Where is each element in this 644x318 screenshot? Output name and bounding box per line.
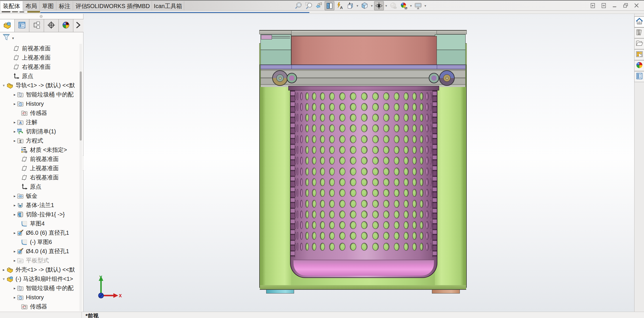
close-button[interactable] xyxy=(633,3,640,10)
view-settings-button[interactable] xyxy=(413,1,423,10)
apply-scene-dropdown-caret[interactable]: ▾ xyxy=(409,4,413,8)
tree-item[interactable]: ▸平板型式 xyxy=(0,256,79,265)
expand-caret-icon[interactable]: ▸ xyxy=(13,120,17,124)
collapse-right-pane-button[interactable] xyxy=(600,3,607,10)
guide-roller-right[interactable] xyxy=(439,70,455,86)
tree-item[interactable]: ▸切除-拉伸1{ ->} xyxy=(0,210,79,219)
minimize-button[interactable] xyxy=(611,3,618,10)
expand-caret-icon[interactable]: ▸ xyxy=(13,139,17,143)
tree-item[interactable]: ▸钣金 xyxy=(0,191,79,200)
tree-item[interactable]: (-) 草图6 xyxy=(0,237,79,247)
hide-show-items-button[interactable] xyxy=(374,1,384,10)
expand-caret-icon[interactable]: ▸ xyxy=(13,286,17,290)
view-orientation-button[interactable] xyxy=(345,1,355,10)
tree-item[interactable]: ▸History xyxy=(0,293,79,302)
tree-item[interactable]: ▾(-) 马达和扇叶组件<1> xyxy=(0,274,79,283)
tree-item[interactable]: ▸外壳<1> -> (默认) <<默 xyxy=(0,265,79,274)
display-style-dropdown-caret[interactable]: ▾ xyxy=(370,4,374,8)
expand-caret-icon[interactable]: ▸ xyxy=(13,102,17,106)
tree-item[interactable]: ▸Ø4.0 (4) 直径孔1 xyxy=(0,247,79,256)
expand-caret-icon[interactable]: ▸ xyxy=(2,268,6,272)
restore-button[interactable] xyxy=(622,3,629,10)
expand-caret-icon[interactable]: ▸ xyxy=(13,212,17,217)
panel-tab-configurationmanager[interactable] xyxy=(29,19,44,32)
tree-scrollbar[interactable] xyxy=(79,44,82,311)
guide-ring-left[interactable] xyxy=(287,73,297,83)
apply-scene-button[interactable] xyxy=(399,1,409,10)
menu-tab-SOLIDWORKS 插件[interactable]: SOLIDWORKS 插件 xyxy=(90,1,135,11)
tree-item[interactable]: ▸基体-法兰1 xyxy=(0,200,79,210)
view-settings-dropdown-caret[interactable]: ▾ xyxy=(424,4,427,8)
tree-item[interactable]: ▸Ø6.0 (6) 直径孔1 xyxy=(0,228,79,237)
tree-item[interactable]: 右视基准面 xyxy=(0,62,79,71)
panel-tab-displaymanager[interactable] xyxy=(59,19,73,32)
expand-caret-icon[interactable]: ▸ xyxy=(13,295,17,300)
tree-item[interactable]: ▸智能垃圾桶 中的配 xyxy=(0,90,79,99)
expand-caret-icon[interactable]: ▸ xyxy=(13,92,17,97)
menu-tab-草图[interactable]: 草图 xyxy=(40,1,56,11)
hide-show-items-dropdown-caret[interactable]: ▾ xyxy=(384,4,388,8)
outer-shell-wall-left[interactable] xyxy=(259,65,291,288)
expand-caret-icon[interactable]: ▸ xyxy=(13,258,17,263)
tree-item[interactable]: 前视基准面 xyxy=(0,154,79,164)
section-view-button[interactable] xyxy=(325,1,334,10)
foot-left[interactable] xyxy=(266,290,294,294)
slide-bar[interactable] xyxy=(260,65,466,69)
expand-caret-icon[interactable]: ▸ xyxy=(13,231,17,235)
bucket-rim[interactable] xyxy=(288,86,439,90)
tree-item[interactable]: 原点 xyxy=(0,182,79,191)
tree-item[interactable]: 材质 <未指定> xyxy=(0,145,79,154)
panel-tab-expand-tab-list[interactable] xyxy=(73,19,83,32)
design-library-button[interactable] xyxy=(634,27,644,38)
tree-item[interactable]: ▾导轨<1> -> (默认) <<默 xyxy=(0,81,79,90)
tree-item[interactable]: 原点 xyxy=(0,71,79,81)
base-bottom-band[interactable] xyxy=(260,285,466,290)
tree-scrollbar-thumb[interactable] xyxy=(80,71,82,141)
menu-tab-MBD[interactable]: MBD xyxy=(135,1,152,11)
panel-collapse-grip[interactable] xyxy=(40,15,43,18)
menu-tab-装配体[interactable]: 装配体 xyxy=(0,1,23,11)
panel-tab-dimxpertmanager[interactable] xyxy=(44,19,59,32)
panel-tab-featuremanager-design-tree[interactable] xyxy=(0,19,15,32)
zoom-to-fit-button[interactable] xyxy=(294,1,303,10)
foot-right[interactable] xyxy=(432,290,460,294)
appearances-scenes-button[interactable] xyxy=(634,60,644,71)
view-palette-button[interactable] xyxy=(634,49,644,60)
tree-item[interactable]: ▸切割清单(1) xyxy=(0,127,79,136)
tree-item[interactable]: 传感器 xyxy=(0,108,79,118)
panel-tab-propertymanager[interactable] xyxy=(15,19,29,32)
collapse-caret-icon[interactable]: ▾ xyxy=(2,277,6,281)
guide-roller-left[interactable] xyxy=(272,70,288,86)
tree-item[interactable]: ▸智能垃圾桶 中的配 xyxy=(0,283,79,293)
tree-item[interactable]: ▸Σ方程式 xyxy=(0,136,79,145)
tree-item[interactable]: 草图4 xyxy=(0,219,79,228)
filter-caret-icon[interactable]: ▾ xyxy=(12,36,14,40)
tree-item[interactable]: 上视基准面 xyxy=(0,53,79,62)
smart-trashcan-section-model[interactable] xyxy=(259,30,467,295)
dynamic-annotation-views-button[interactable]: A xyxy=(335,1,345,10)
expand-caret-icon[interactable]: ▸ xyxy=(13,129,17,134)
menu-tab-标注[interactable]: 标注 xyxy=(56,1,73,11)
collapse-left-pane-button[interactable] xyxy=(589,3,596,10)
outer-shell-wall-right[interactable] xyxy=(435,65,467,288)
expand-caret-icon[interactable]: ▸ xyxy=(13,203,17,207)
custom-properties-button[interactable] xyxy=(634,71,644,82)
menu-tab-Ican工具箱[interactable]: Ican工具箱 xyxy=(152,1,184,11)
zoom-to-area-button[interactable] xyxy=(304,1,314,10)
tree-item[interactable]: 右视基准面 xyxy=(0,173,79,182)
collapse-caret-icon[interactable]: ▾ xyxy=(2,83,6,88)
home-button[interactable] xyxy=(634,16,644,27)
tree-item[interactable]: 前视基准面 xyxy=(0,44,79,53)
rim-block-right[interactable] xyxy=(435,34,466,65)
guide-ring-right[interactable] xyxy=(429,73,439,83)
file-explorer-button[interactable] xyxy=(634,38,644,49)
expand-caret-icon[interactable]: ▸ xyxy=(13,194,17,198)
expand-caret-icon[interactable]: ▸ xyxy=(13,249,17,253)
display-style-button[interactable] xyxy=(360,1,369,10)
view-orientation-dropdown-caret[interactable]: ▾ xyxy=(356,4,359,8)
perforated-inner-bucket[interactable] xyxy=(290,90,437,278)
model-top-cover-center[interactable] xyxy=(291,30,437,36)
tree-item[interactable]: ▸History xyxy=(0,99,79,108)
graphics-area[interactable]: Y X xyxy=(83,14,634,312)
lid-motor-housing[interactable] xyxy=(291,36,437,65)
